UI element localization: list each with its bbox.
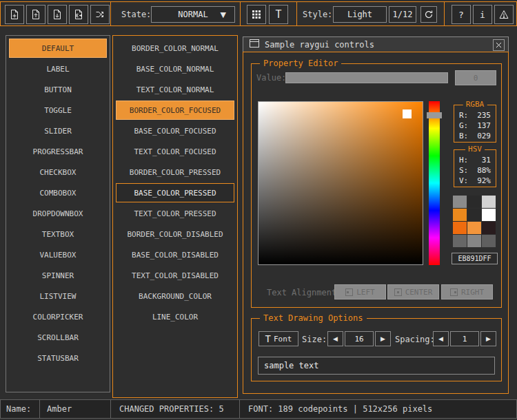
- size-value-box[interactable]: 16: [345, 331, 374, 346]
- control-item-statusbar[interactable]: STATUSBAR: [9, 348, 107, 368]
- value-box[interactable]: 0: [455, 70, 496, 85]
- control-item-default[interactable]: DEFAULT: [9, 39, 107, 58]
- toolbar-help-section: ? i: [444, 1, 517, 26]
- rgba-blue-row: B:029: [454, 131, 496, 141]
- align-left-button[interactable]: LEFT: [334, 284, 386, 300]
- control-item-listview[interactable]: LISTVIEW: [9, 286, 107, 306]
- window-titlebar[interactable]: Sample raygui controls: [243, 36, 509, 52]
- state-label: State:: [121, 10, 151, 19]
- info-button[interactable]: i: [473, 5, 492, 24]
- spacing-increase-button[interactable]: ▶: [480, 331, 496, 346]
- control-item-scrollbar[interactable]: SCROLLBAR: [9, 328, 107, 347]
- control-item-combobox[interactable]: COMBOBOX: [9, 183, 107, 202]
- chevron-down-icon: ▼: [221, 10, 226, 19]
- arrow-right-icon: ▶: [381, 335, 385, 342]
- warning-icon: [498, 9, 509, 20]
- control-item-valuebox[interactable]: VALUEBOX: [9, 245, 107, 264]
- color-swatch[interactable]: [482, 196, 496, 208]
- font-atlas-button[interactable]: T: [269, 5, 288, 24]
- property-item[interactable]: TEXT_COLOR_PRESSED: [116, 204, 234, 223]
- spacing-decrease-button[interactable]: ◀: [433, 331, 449, 346]
- control-item-button[interactable]: BUTTON: [9, 80, 107, 99]
- hue-bar[interactable]: [429, 101, 440, 265]
- align-right-button[interactable]: RIGHT: [441, 284, 493, 300]
- style-table-button[interactable]: [247, 5, 266, 24]
- file-save-icon: [52, 9, 63, 20]
- property-item[interactable]: TEXT_COLOR_FOCUSED: [116, 142, 234, 161]
- window-close-button[interactable]: [493, 39, 505, 51]
- randomize-style-button[interactable]: [90, 5, 110, 24]
- control-item-label[interactable]: LABEL: [9, 59, 107, 78]
- color-picker-area[interactable]: [258, 101, 423, 265]
- color-swatch[interactable]: [467, 209, 481, 221]
- reload-icon: [424, 10, 434, 19]
- control-item-slider[interactable]: SLIDER: [9, 121, 107, 140]
- control-item-dropdownbox[interactable]: DROPDOWNBOX: [9, 204, 107, 223]
- hue-bar-cursor[interactable]: [427, 112, 442, 118]
- property-item[interactable]: TEXT_COLOR_DISABLED: [116, 266, 234, 285]
- color-swatch[interactable]: [482, 209, 496, 221]
- hex-color-value: EB891DFF: [458, 255, 491, 262]
- help-button[interactable]: ?: [452, 5, 471, 24]
- property-item[interactable]: LINE_COLOR: [116, 307, 234, 326]
- style-page-button[interactable]: 1/12: [389, 6, 416, 23]
- arrow-left-icon: ◀: [333, 335, 338, 342]
- color-swatch[interactable]: [453, 235, 467, 247]
- hex-color-field[interactable]: EB891DFF: [452, 253, 498, 264]
- size-increase-button[interactable]: ▶: [375, 331, 391, 346]
- file-open-button[interactable]: [26, 5, 45, 24]
- toolbar-file-section: [0, 1, 111, 26]
- property-item[interactable]: BASE_COLOR_DISABLED: [116, 245, 234, 264]
- color-swatch[interactable]: [467, 196, 481, 208]
- style-page-value: 1/12: [393, 10, 413, 19]
- color-swatch[interactable]: [482, 235, 496, 247]
- property-item[interactable]: BORDER_COLOR_DISABLED: [116, 224, 234, 244]
- controls-list: DEFAULT LABEL BUTTON TOGGLE SLIDER PROGR…: [6, 35, 110, 392]
- value-slider[interactable]: [285, 72, 448, 83]
- color-swatch[interactable]: [453, 222, 467, 234]
- style-select[interactable]: Light: [333, 6, 387, 23]
- color-swatch[interactable]: [453, 209, 467, 221]
- grid-icon: [252, 10, 261, 19]
- control-item-toggle[interactable]: TOGGLE: [9, 101, 107, 120]
- align-center-button[interactable]: CENTER: [387, 284, 439, 300]
- color-picker-cursor[interactable]: [403, 109, 412, 118]
- text-icon: T: [275, 8, 281, 21]
- statusbar-font-info: FONT: 189 codepoints | 512x256 pixels: [239, 399, 517, 419]
- color-swatch[interactable]: [467, 235, 481, 247]
- control-item-checkbox[interactable]: CHECKBOX: [9, 162, 107, 182]
- property-item[interactable]: BASE_COLOR_NORMAL: [116, 59, 234, 78]
- sample-text-input[interactable]: sample text: [258, 357, 495, 375]
- property-item[interactable]: BASE_COLOR_FOCUSED: [116, 121, 234, 140]
- saturation-row: S:88%: [454, 165, 496, 176]
- property-item[interactable]: BORDER_COLOR_NORMAL: [116, 39, 234, 58]
- issue-report-button[interactable]: [494, 5, 514, 24]
- color-swatch[interactable]: [453, 196, 467, 208]
- text-options-group-title: Text Drawing Options: [260, 313, 367, 323]
- toolbar-view-section: T: [240, 1, 297, 26]
- file-new-button[interactable]: [5, 5, 24, 24]
- color-swatch[interactable]: [482, 222, 496, 234]
- size-decrease-button[interactable]: ◀: [327, 331, 343, 346]
- file-save-button[interactable]: [48, 5, 67, 24]
- style-reload-button[interactable]: [420, 6, 437, 23]
- control-item-spinner[interactable]: SPINNER: [9, 266, 107, 285]
- value-row: V:92%: [454, 176, 496, 186]
- spacing-value-box[interactable]: 1: [450, 331, 479, 346]
- state-dropdown[interactable]: NORMAL ▼: [151, 6, 235, 23]
- property-item[interactable]: BORDER_COLOR_PRESSED: [116, 162, 234, 182]
- color-swatch[interactable]: [467, 222, 481, 234]
- property-item-selected[interactable]: BORDER_COLOR_FOCUSED: [116, 101, 234, 120]
- close-icon: [496, 41, 502, 50]
- font-button[interactable]: T Font: [258, 331, 298, 346]
- property-item[interactable]: TEXT_COLOR_NORMAL: [116, 80, 234, 99]
- file-export-button[interactable]: [69, 5, 88, 24]
- control-item-textbox[interactable]: TEXTBOX: [9, 224, 107, 244]
- file-new-icon: [9, 9, 20, 20]
- statusbar-style-name: Amber: [39, 399, 111, 419]
- align-left-icon: [345, 288, 353, 296]
- control-item-progressbar[interactable]: PROGRESSBAR: [9, 142, 107, 161]
- property-item-focused[interactable]: BASE_COLOR_PRESSED: [116, 183, 234, 202]
- property-item[interactable]: BACKGROUND_COLOR: [116, 286, 234, 306]
- control-item-colorpicker[interactable]: COLORPICKER: [9, 307, 107, 326]
